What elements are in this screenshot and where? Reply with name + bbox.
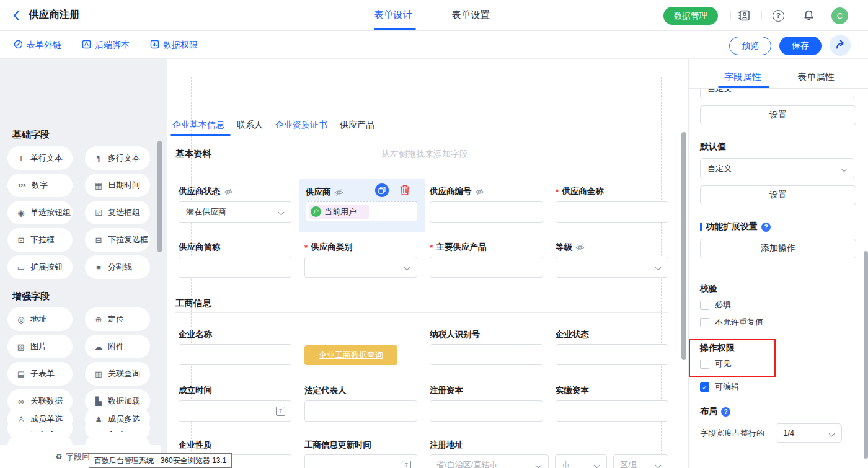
tab-form-settings[interactable]: 表单设置: [451, 9, 490, 22]
current-user-tag[interactable]: 户 当前用户: [309, 205, 369, 219]
tab-form-design[interactable]: 表单设计: [374, 9, 412, 22]
default-value-settings-button[interactable]: 设置: [700, 185, 856, 205]
panel-scrollbar[interactable]: [864, 251, 868, 459]
main-products-input[interactable]: [430, 257, 543, 278]
company-name-input[interactable]: [179, 344, 291, 365]
editable-checkbox[interactable]: [700, 382, 709, 392]
no-duplicate-checkbox[interactable]: [700, 318, 709, 327]
back-icon[interactable]: [12, 10, 20, 24]
drop-hint-text: 从左侧拖拽来添加字段: [353, 149, 496, 160]
panel-tab-field-properties[interactable]: 字段属性: [724, 71, 761, 83]
no-duplicate-checkbox-row[interactable]: 不允许重复值: [700, 317, 763, 328]
share-button[interactable]: [830, 35, 851, 56]
chart-icon: ▙: [94, 397, 104, 406]
help-icon[interactable]: ?: [773, 10, 784, 22]
field-type-attachment[interactable]: ☁附件: [85, 335, 150, 358]
field-type-member-single[interactable]: ♙成员单选: [7, 407, 73, 431]
field-type-radio-group[interactable]: ◉单选按钮组: [7, 201, 73, 224]
help-question-icon[interactable]: [721, 407, 730, 417]
help-question-icon[interactable]: [761, 223, 771, 232]
default-value-select[interactable]: 自定义: [700, 158, 854, 179]
panel-scroll-area: 自定义 设置 默认值 自定义 设置 功能扩展设置 添加操作 校验 必填: [689, 89, 868, 468]
preview-button[interactable]: 预览: [729, 37, 771, 55]
settings-button-top[interactable]: 设置: [700, 105, 856, 125]
required-checkbox-row[interactable]: 必填: [700, 299, 731, 311]
field-type-datetime[interactable]: ▦日期时间: [85, 174, 150, 197]
clipped-select[interactable]: 自定义: [700, 89, 854, 99]
calendar-icon: [402, 461, 411, 468]
external-link-action[interactable]: 表单外链: [14, 31, 61, 59]
guide-book-icon[interactable]: [738, 10, 751, 24]
field-type-single-line-text[interactable]: T单行文本: [7, 146, 73, 170]
supplier-field-input[interactable]: 户 当前用户: [306, 201, 417, 221]
chain-link-icon: ∞: [16, 397, 26, 406]
form-tab-basic-info[interactable]: 企业基本信息: [172, 120, 224, 131]
field-type-extend-button[interactable]: ▭扩展按钮: [7, 255, 73, 279]
business-update-time-input[interactable]: [304, 454, 417, 468]
app-window: 供应商注册 表单设计 表单设置 数据管理 ? C 表单外链 后端脚本 数据权限 …: [0, 0, 868, 468]
taxpayer-id-input[interactable]: [430, 344, 543, 365]
panel-tab-form-properties[interactable]: 表单属性: [797, 71, 835, 83]
eye-off-icon: [334, 188, 343, 196]
canvas-scrollbar[interactable]: [681, 132, 686, 360]
form-active-tab-indicator: [170, 134, 231, 136]
form-tab-certificates[interactable]: 企业资质证书: [275, 120, 327, 131]
data-manage-button[interactable]: 数据管理: [663, 7, 718, 25]
editable-checkbox-row[interactable]: 可编辑: [700, 381, 739, 392]
field-label-company-status: 企业状态: [556, 330, 589, 340]
field-type-multi-line-text[interactable]: ¶多行文本: [85, 146, 150, 170]
field-type-dropdown[interactable]: ⊡下拉框: [7, 228, 73, 252]
copy-field-button[interactable]: [375, 183, 389, 197]
field-type-multi-dropdown[interactable]: ⊟下拉复选框: [85, 228, 150, 252]
grade-select[interactable]: [556, 257, 668, 278]
field-label-supplier: 供应商: [306, 187, 343, 197]
field-type-member-multi[interactable]: ♟成员多选: [85, 407, 150, 431]
field-width-select[interactable]: 1/4: [776, 423, 842, 443]
field-label-company-nature: 企业性质: [179, 440, 212, 450]
number-icon: 123: [16, 183, 27, 188]
field-label-legal-representative: 法定代表人: [304, 386, 347, 395]
subform-icon: ▤: [16, 369, 26, 379]
supplier-status-select[interactable]: 潜在供应商: [179, 201, 291, 223]
supplier-no-input[interactable]: [430, 201, 543, 223]
delete-field-button[interactable]: [399, 184, 410, 198]
address-province-select[interactable]: 省/自治区/直辖市: [430, 454, 549, 468]
supplier-short-name-input[interactable]: [179, 257, 291, 278]
field-type-location[interactable]: ⊕定位: [85, 307, 150, 331]
field-type-related-query[interactable]: ▥关联查询: [85, 362, 150, 386]
selected-field-supplier[interactable]: 供应商 户 当前用户: [299, 179, 425, 232]
field-label-main-products: *主要供应产品: [430, 242, 486, 252]
backend-script-action[interactable]: 后端脚本: [82, 31, 130, 59]
user-avatar[interactable]: C: [831, 7, 848, 24]
save-button[interactable]: 保存: [779, 37, 822, 55]
field-type-number[interactable]: 123数字: [7, 174, 73, 197]
registered-capital-input[interactable]: [430, 400, 543, 422]
notification-bell-icon[interactable]: [803, 9, 815, 24]
establish-time-input[interactable]: [179, 400, 291, 422]
company-status-input[interactable]: [556, 344, 668, 365]
legal-representative-input[interactable]: [304, 400, 417, 422]
field-type-address[interactable]: ◎地址: [7, 307, 73, 331]
data-permission-action[interactable]: 数据权限: [150, 31, 198, 59]
address-district-select[interactable]: 区/县: [613, 454, 668, 468]
required-checkbox[interactable]: [700, 301, 709, 310]
person-icon: ♙: [16, 415, 26, 424]
page-title[interactable]: 供应商注册: [29, 8, 80, 25]
form-tab-contacts[interactable]: 联系人: [237, 120, 263, 131]
top-header: 供应商注册 表单设计 表单设置 数据管理 ? C: [0, 0, 868, 31]
sidebar-scrollbar[interactable]: [157, 141, 162, 252]
supplier-category-select[interactable]: [304, 257, 417, 278]
add-action-button[interactable]: 添加操作: [700, 239, 856, 258]
paid-in-capital-input[interactable]: [556, 400, 668, 422]
field-type-subform[interactable]: ▤子表单: [7, 362, 73, 386]
field-type-divider[interactable]: ≡分割线: [85, 255, 150, 279]
supplier-full-name-input[interactable]: [556, 201, 668, 223]
address-city-select[interactable]: 市: [555, 454, 607, 468]
field-label-supplier-full-name: *供应商全称: [556, 187, 604, 196]
form-tab-divider: [167, 135, 681, 135]
form-tab-products[interactable]: 供应产品: [340, 120, 374, 131]
business-data-query-button[interactable]: 企业工商数据查询: [304, 345, 397, 365]
chevron-down-icon: [655, 265, 662, 271]
field-type-checkbox-group[interactable]: ☑复选框组: [85, 201, 150, 224]
field-type-image[interactable]: ▧图片: [7, 335, 73, 358]
